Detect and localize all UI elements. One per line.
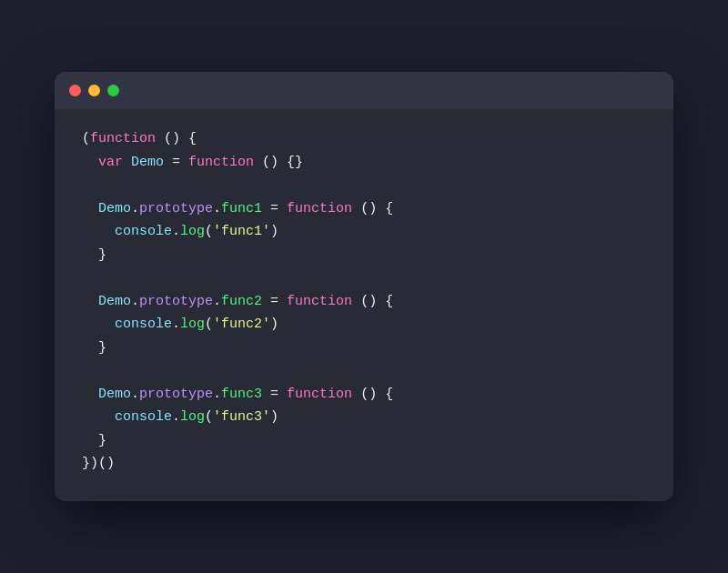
code-line-3: Demo.prototype.func1 = function () {: [82, 197, 646, 221]
titlebar: [55, 72, 673, 109]
code-line-11: }: [82, 429, 646, 453]
code-line-4: console.log('func1'): [82, 220, 646, 244]
code-line-blank-1: [82, 174, 646, 197]
code-line-blank-2: [82, 266, 646, 290]
code-line-8: }: [82, 337, 646, 360]
close-button[interactable]: [69, 85, 81, 96]
code-line-2: var Demo = function () {}: [82, 151, 646, 175]
code-line-1: (function () {: [82, 127, 646, 151]
code-display: (function () { var Demo = function () {}…: [55, 109, 673, 501]
code-line-10: console.log('func3'): [82, 406, 646, 429]
code-line-12: })(): [82, 452, 646, 476]
code-line-7: console.log('func2'): [82, 313, 646, 337]
code-editor-window: (function () { var Demo = function () {}…: [55, 72, 673, 501]
minimize-button[interactable]: [88, 85, 100, 96]
maximize-button[interactable]: [107, 85, 119, 96]
code-line-6: Demo.prototype.func2 = function () {: [82, 290, 646, 314]
code-line-5: }: [82, 244, 646, 267]
code-line-9: Demo.prototype.func3 = function () {: [82, 383, 646, 407]
code-line-blank-3: [82, 359, 646, 383]
